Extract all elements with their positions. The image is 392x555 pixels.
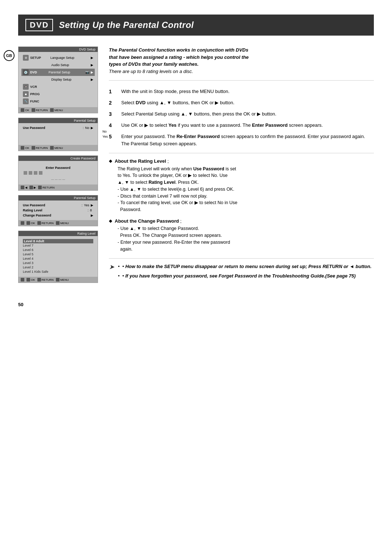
- gb-badge: GB: [4, 50, 15, 61]
- use-password-label2: Use Password: [23, 203, 82, 207]
- note1-body: The Rating Level will work only when Use…: [115, 166, 374, 213]
- display-icon-placeholder: [23, 77, 29, 82]
- dvd-label: DVD: [30, 70, 49, 74]
- screen1-body: ⚙ SETUP Language Setup ▶ Audio Setup ▶ 💿…: [19, 52, 98, 107]
- colon4-2: :: [87, 208, 89, 212]
- enter-password-label: Enter Password: [21, 166, 95, 170]
- screen5-ok-btn: OK: [26, 278, 35, 281]
- return-label1: RETURN: [36, 109, 48, 112]
- menu-row-setup: ⚙ SETUP Language Setup ▶: [21, 54, 95, 61]
- step-2-number: 2: [109, 99, 116, 107]
- return-icon1: [32, 108, 35, 112]
- setup-icon: ⚙: [23, 55, 29, 61]
- screen5-return-btn: RETURN: [37, 278, 54, 281]
- return-label2: RETURN: [36, 146, 48, 150]
- screen1-menu-btn: MENU: [50, 108, 63, 112]
- note-change-password: ◆ About the Change Password ; - Use ▲, ▼…: [109, 218, 374, 253]
- step-3-text: Select Parental Setup using ▲, ▼ buttons…: [121, 110, 374, 118]
- ok-label2: OK: [25, 146, 29, 150]
- dot-placeholders: — — — —: [21, 176, 95, 182]
- no-label: No: [102, 129, 108, 134]
- rating-level-2: Level 2: [23, 265, 93, 270]
- setup-label: SETUP: [30, 56, 50, 60]
- intro-bold-3: types of DVDs that your family watches.: [109, 61, 199, 67]
- rating-level-6: Level 6: [23, 248, 93, 252]
- menu-row-display: Display Setup ▶: [21, 76, 95, 83]
- use-password-colon: :: [83, 126, 84, 130]
- screen2-footer: OK RETURN MENU: [19, 145, 98, 151]
- screen1-return-btn: RETURN: [32, 108, 48, 112]
- intro-bold-1: The Parental Control function works in c…: [109, 47, 248, 53]
- screen2-ok-btn: OK: [21, 146, 29, 150]
- tip-arrow-icon: ➤: [109, 262, 114, 272]
- prog-icon: ⏺: [23, 91, 29, 97]
- display-setup-label: Display Setup: [50, 78, 91, 81]
- rating-level-4: Level 4: [23, 256, 93, 261]
- screen4-title: Parental Setup: [19, 195, 98, 200]
- cross-icon4: [21, 221, 24, 225]
- left-label3: ◀: [25, 186, 27, 189]
- screen5-menu-btn: MENU: [56, 278, 69, 281]
- main-content: GB DVD Setup ⚙ SETUP Language Setup ▶ Au…: [18, 46, 374, 287]
- step-4-number: 4: [109, 122, 116, 129]
- right-column: The Parental Control function works in c…: [109, 46, 374, 287]
- menu-label4: MENU: [60, 222, 69, 225]
- screen-dvd-setup: DVD Setup ⚙ SETUP Language Setup ▶ Audio…: [18, 46, 98, 113]
- tip-2: • If you have forgotten your password, s…: [118, 272, 372, 280]
- password-dots: [24, 171, 93, 175]
- rating-level-5: Level 5: [23, 252, 93, 256]
- dot-3: [34, 171, 37, 175]
- display-arrow: ▶: [91, 78, 93, 81]
- change-password-row: Change Password ▶: [21, 213, 95, 218]
- screen-parental-setup-2: Parental Setup Use Password : Yes ▶ Rati…: [18, 195, 98, 226]
- intro-bold-2: that have been assigned a rating - which…: [109, 54, 249, 60]
- cross-icon5: [21, 278, 24, 281]
- rating-list: Level 8 Adult Level 7 Level 6 Level 5 Le…: [20, 238, 96, 275]
- steps-list: 1 With the unit in Stop mode, press the …: [109, 88, 374, 147]
- func-label: FUNC: [30, 100, 93, 103]
- parental-arrow: ▶: [91, 70, 93, 74]
- screen-create-password: Create Password Enter Password — — — — ◀: [18, 155, 98, 191]
- menu-row-parental: 💿 DVD Parental Setup 📷 ▶: [21, 69, 95, 76]
- menu-label2: MENU: [54, 146, 63, 150]
- menu-icon2: [50, 146, 54, 150]
- screen1-title: DVD Setup: [19, 47, 98, 52]
- screen4-icon-btn: [21, 221, 24, 225]
- audio-arrow: ▶: [91, 63, 93, 67]
- menu-icon4: [56, 221, 60, 225]
- screen5-body: Level 8 Adult Level 7 Level 6 Level 5 Le…: [19, 236, 98, 277]
- return-icon2: [32, 146, 35, 150]
- use-password-row: Use Password : No ▶: [21, 125, 95, 130]
- page-header: DVD Setting Up the Parental Control: [18, 15, 374, 36]
- use-password-arrow: ▶: [91, 126, 93, 130]
- use-password-value2: Yes: [84, 203, 89, 207]
- ok-label4: OK: [31, 222, 35, 225]
- step-5-number: 5: [109, 133, 116, 147]
- up-arrow4: ▶: [91, 203, 93, 207]
- screen3-right-btn: ▶: [29, 186, 36, 189]
- page-title: Setting Up the Parental Control: [59, 20, 194, 30]
- note2-title: About the Change Password: [115, 218, 179, 224]
- screen5-title: Rating Level: [19, 231, 98, 236]
- dot-1: [24, 171, 27, 175]
- tip-content: • How to make the SETUP menu disappear o…: [118, 263, 372, 281]
- step-4-text: Use OK or ▶ to select Yes if you want to…: [121, 122, 374, 129]
- screen1-footer: OK RETURN MENU: [19, 107, 98, 113]
- screen1-ok-btn: OK: [21, 108, 29, 112]
- return-icon4: [37, 221, 41, 225]
- screen2-title: Parental Setup: [19, 118, 98, 123]
- step-5-text: Enter your password. The Re-Enter Passwo…: [121, 133, 374, 147]
- screen2-body: Use Password : No ▶: [19, 123, 98, 145]
- note2-bullet: ◆: [109, 218, 112, 224]
- step-2-text: Select DVD using ▲, ▼ buttons, then OK o…: [121, 99, 374, 107]
- func-icon: 🔧: [23, 98, 29, 104]
- dvd-icon: 💿: [23, 69, 29, 75]
- menu-row-func: 🔧 FUNC: [21, 98, 95, 105]
- yes-label: Yes: [102, 134, 108, 139]
- use-password-label: Use Password: [23, 126, 83, 130]
- screen3-title: Create Password: [19, 156, 98, 161]
- change-password-arrow: ▶: [91, 214, 93, 217]
- ok-icon4: [26, 221, 30, 225]
- ok-icon: [21, 108, 24, 112]
- screen4-return-btn: RETURN: [37, 221, 54, 225]
